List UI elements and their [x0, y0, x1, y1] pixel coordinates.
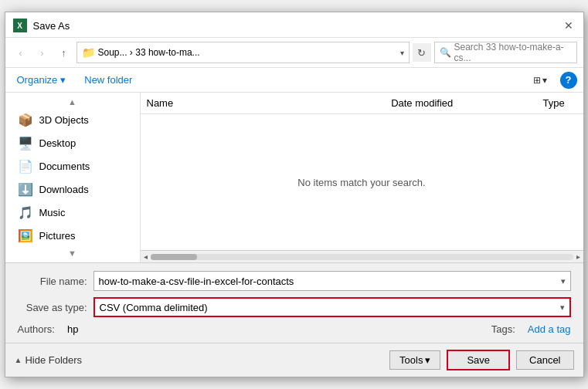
organize-label: Organize	[17, 74, 58, 86]
savetype-row: Save as type: CSV (Comma delimited) ▾	[18, 297, 571, 317]
search-icon: 🔍	[440, 47, 451, 58]
music-icon: 🎵	[18, 205, 33, 220]
sidebar-item-documents[interactable]: 📄 Documents	[5, 154, 140, 178]
column-name[interactable]: Name	[141, 96, 386, 110]
sidebar-item-3d-objects[interactable]: 📦 3D Objects	[5, 108, 140, 131]
hscroll-track[interactable]	[151, 254, 573, 260]
save-button[interactable]: Save	[447, 350, 510, 370]
form-area: File name: how-to-make-a-csv-file-in-exc…	[5, 262, 583, 343]
title-bar: X Save As ✕	[5, 12, 583, 38]
hscroll-right-btn[interactable]: ▸	[575, 252, 582, 261]
tools-label: Tools	[399, 354, 423, 366]
back-button[interactable]: ‹	[12, 43, 30, 62]
tools-chevron-icon: ▾	[425, 354, 430, 366]
sidebar-item-desktop[interactable]: 🖥️ Desktop	[5, 131, 140, 154]
filename-value: how-to-make-a-csv-file-in-excel-for-cont…	[99, 276, 294, 287]
sidebar-label-pictures: Pictures	[39, 230, 76, 242]
main-area: ▲ 📦 3D Objects 🖥️ Desktop 📄 Documents ⬇️…	[5, 93, 583, 262]
new-folder-label: New folder	[84, 74, 132, 86]
documents-icon: 📄	[18, 158, 33, 174]
forward-button[interactable]: ›	[33, 43, 52, 62]
pictures-icon: 🖼️	[18, 228, 33, 243]
horizontal-scrollbar[interactable]: ◂ ▸	[141, 250, 583, 262]
hide-folders-label: Hide Folders	[25, 354, 82, 366]
sidebar-label-downloads: Downloads	[39, 184, 89, 195]
file-list: Name Date modified Type No items match y…	[141, 93, 583, 262]
file-list-body: No items match your search.	[141, 114, 583, 250]
filename-input[interactable]: how-to-make-a-csv-file-in-excel-for-cont…	[93, 271, 571, 291]
address-text: Soup... › 33 how-to-ma...	[98, 47, 397, 58]
savetype-select[interactable]: CSV (Comma delimited) ▾	[93, 297, 571, 317]
refresh-button[interactable]: ↻	[413, 43, 431, 62]
scroll-up-indicator: ▲	[5, 96, 140, 108]
help-button[interactable]: ?	[560, 72, 577, 89]
organize-chevron-icon: ▾	[60, 74, 66, 86]
add-tag-link[interactable]: Add a tag	[528, 323, 571, 335]
hide-folders-button[interactable]: ▲ Hide Folders	[15, 354, 83, 366]
sidebar-label-3d-objects: 3D Objects	[39, 114, 89, 126]
file-list-header: Name Date modified Type	[141, 93, 583, 114]
savetype-value: CSV (Comma delimited)	[100, 302, 208, 313]
hscroll-left-btn[interactable]: ◂	[142, 252, 149, 261]
3d-objects-icon: 📦	[18, 112, 33, 127]
hscroll-thumb[interactable]	[151, 254, 197, 260]
close-button[interactable]: ✕	[562, 19, 576, 32]
action-right: Tools ▾ Save Cancel	[389, 350, 573, 370]
address-chevron-icon: ▾	[400, 49, 404, 57]
no-items-message: No items match your search.	[297, 177, 425, 188]
search-bar[interactable]: 🔍 Search 33 how-to-make-a-cs...	[434, 42, 577, 63]
column-type: Type	[537, 96, 583, 110]
sidebar-item-pictures[interactable]: 🖼️ Pictures	[5, 224, 140, 247]
hide-chevron-icon: ▲	[15, 356, 22, 364]
excel-icon: X	[13, 19, 27, 32]
up-button[interactable]: ↑	[55, 43, 73, 62]
sidebar-item-music[interactable]: 🎵 Music	[5, 201, 140, 224]
save-as-dialog: X Save As ✕ ‹ › ↑ 📁 Soup... › 33 how-to-…	[5, 12, 584, 377]
tools-button[interactable]: Tools ▾	[389, 350, 440, 370]
organize-button[interactable]: Organize ▾	[12, 71, 72, 89]
sidebar: ▲ 📦 3D Objects 🖥️ Desktop 📄 Documents ⬇️…	[5, 93, 141, 262]
title-controls: ✕	[562, 19, 576, 32]
authors-value: hp	[67, 323, 78, 335]
toolbar: Organize ▾ New folder ⊞ ▾ ?	[5, 68, 583, 93]
search-placeholder: Search 33 how-to-make-a-cs...	[454, 42, 572, 63]
scroll-down-indicator: ▼	[5, 247, 140, 259]
view-button[interactable]: ⊞ ▾	[528, 73, 552, 88]
folder-icon: 📁	[82, 46, 95, 59]
nav-bar: ‹ › ↑ 📁 Soup... › 33 how-to-ma... ▾ ↻ 🔍 …	[5, 38, 583, 68]
filename-chevron-icon: ▾	[561, 276, 566, 286]
authors-label: Authors:	[18, 323, 55, 335]
column-date: Date modified	[385, 96, 536, 110]
desktop-icon: 🖥️	[18, 135, 33, 151]
sidebar-label-music: Music	[39, 207, 66, 218]
filename-row: File name: how-to-make-a-csv-file-in-exc…	[18, 271, 571, 291]
sidebar-item-downloads[interactable]: ⬇️ Downloads	[5, 178, 140, 201]
filename-label: File name:	[18, 276, 87, 287]
action-bar: ▲ Hide Folders Tools ▾ Save Cancel	[5, 343, 583, 377]
tags-label: Tags:	[491, 323, 515, 335]
dialog-title: Save As	[33, 20, 556, 32]
view-chevron-icon: ▾	[542, 75, 547, 86]
meta-row: Authors: hp Tags: Add a tag	[18, 323, 571, 335]
view-icon: ⊞	[533, 75, 541, 86]
new-folder-button[interactable]: New folder	[79, 71, 138, 89]
downloads-icon: ⬇️	[18, 181, 33, 197]
savetype-chevron-icon: ▾	[560, 303, 565, 313]
sidebar-label-desktop: Desktop	[39, 137, 76, 149]
cancel-button[interactable]: Cancel	[516, 350, 573, 370]
sidebar-label-documents: Documents	[39, 161, 90, 172]
address-bar[interactable]: 📁 Soup... › 33 how-to-ma... ▾	[76, 42, 410, 63]
savetype-label: Save as type:	[18, 302, 87, 313]
